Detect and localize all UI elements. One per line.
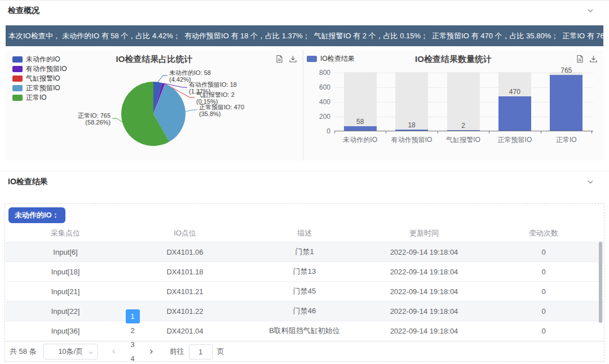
- x-axis-tick: [438, 131, 438, 134]
- legend-item[interactable]: 气缸报警IO: [12, 74, 67, 83]
- table-cell: 2022-09-14 19:18:04: [364, 307, 484, 316]
- results-table: 采集点位IO点位描述更新时间变动次数Input[6]DX4101.06门禁120…: [6, 224, 603, 341]
- charts-row: IO检查结果占比统计 未动作的IO有动作预留IO气缸报警IO正常预留IO正常IO…: [6, 50, 603, 161]
- x-axis-tick-label: 正常IO: [541, 135, 592, 145]
- legend-swatch: [12, 85, 23, 91]
- pie-legend: 未动作的IO有动作预留IO气缸报警IO正常预留IO正常IO: [12, 55, 67, 103]
- page-size-select[interactable]: 10条/页: [43, 344, 98, 359]
- pie-slice[interactable]: [153, 83, 165, 114]
- legend-label: 正常预留IO: [26, 83, 60, 93]
- results-section-title: IO检查结果: [8, 177, 48, 187]
- x-axis-tick: [489, 131, 489, 134]
- table-header-cell: 更新时间: [364, 228, 484, 238]
- download-image-icon[interactable]: [289, 55, 297, 63]
- table-row[interactable]: Input[22]DX4101.22门禁462022-09-14 19:18:0…: [6, 301, 603, 321]
- table-scrollbar[interactable]: [599, 242, 602, 323]
- bar[interactable]: [395, 130, 428, 131]
- table-cell: 0: [484, 268, 603, 276]
- bar[interactable]: [344, 126, 377, 131]
- pie-slice-label: 正常IO: 765(58.26%): [65, 112, 111, 126]
- x-axis-tick-label: 正常预留IO: [489, 135, 540, 145]
- table-row[interactable]: Input[18]DX4101.18门禁132022-09-14 19:18:0…: [6, 262, 603, 282]
- data-view-icon[interactable]: [275, 55, 284, 63]
- y-axis-tick-label: 400: [308, 98, 330, 106]
- pie-slice[interactable]: [121, 82, 169, 146]
- page-unit-label: 页: [217, 347, 224, 357]
- pie-slice-label: 有动作预留IO: 18(1.37%): [189, 81, 237, 95]
- table-cell: 2022-09-14 19:18:04: [364, 268, 484, 276]
- table-header-cell: 描述: [245, 228, 364, 238]
- table-header-cell: 变动次数: [484, 228, 603, 238]
- table-cell: 2022-09-14 19:18:04: [364, 327, 484, 335]
- total-count-label: 共 58 条: [10, 347, 37, 357]
- data-view-icon[interactable]: [576, 55, 584, 63]
- results-container: 未动作的IO： 采集点位IO点位描述更新时间变动次数Input[6]DX4101…: [5, 203, 604, 362]
- pie-slice-label: 气缸报警IO: 2(0.15%): [196, 91, 235, 105]
- pie-slice-label: 未动作的IO: 58(4.42%): [169, 69, 211, 83]
- y-axis-tick-label: 200: [308, 113, 330, 121]
- bar[interactable]: [447, 130, 480, 131]
- overview-collapse-chevron-icon[interactable]: [586, 7, 594, 15]
- bar-legend[interactable]: IO检查结果: [307, 54, 355, 64]
- legend-label: 未动作的IO: [26, 55, 60, 64]
- legend-item[interactable]: 有动作预留IO: [12, 64, 67, 74]
- page-button-4[interactable]: 4: [126, 352, 140, 364]
- table-cell: 0: [484, 287, 603, 296]
- table-cell: 门禁1: [245, 247, 364, 257]
- goto-page-label: 前往: [170, 347, 184, 357]
- bar[interactable]: [550, 75, 582, 131]
- page-number-buttons: 123456: [123, 309, 142, 364]
- pie-slice[interactable]: [153, 84, 165, 114]
- page-button-1[interactable]: 1: [126, 309, 140, 323]
- prev-page-button[interactable]: [107, 345, 121, 359]
- chevron-down-icon: [88, 349, 94, 357]
- summary-banner: 本次IO检查中， 未动作的IO 有 58 个，占比 4.42%； 有动作预留IO…: [6, 25, 603, 46]
- table-header-cell: IO点位: [125, 228, 245, 238]
- table-cell: Input[36]: [6, 327, 125, 335]
- x-axis-tick-label: 未动作的IO: [334, 135, 386, 145]
- x-axis-tick: [334, 131, 335, 134]
- pie-toolbox: [275, 55, 297, 63]
- bar-value-label: 18: [386, 121, 437, 129]
- table-cell: DX4101.06: [125, 248, 245, 256]
- table-row[interactable]: Input[21]DX4101.21门禁452022-09-14 19:18:0…: [6, 282, 603, 301]
- table-row[interactable]: Input[36]DX4201.04B取料阻挡气缸初始位2022-09-14 1…: [6, 321, 603, 341]
- legend-label: 有动作预留IO: [26, 64, 67, 74]
- pie-slice[interactable]: [153, 84, 186, 142]
- bar-legend-swatch: [307, 56, 317, 62]
- table-cell: Input[18]: [6, 268, 125, 276]
- section-divider: [0, 171, 609, 171]
- legend-item[interactable]: 未动作的IO: [12, 55, 67, 64]
- table-cell: 0: [484, 248, 603, 256]
- download-image-icon[interactable]: [589, 55, 598, 63]
- pie-slice[interactable]: [153, 82, 162, 114]
- bar-value-label: 470: [489, 88, 540, 96]
- legend-label: 气缸报警IO: [26, 74, 60, 83]
- table-cell: 门禁13: [245, 267, 364, 277]
- page-button-3[interactable]: 3: [126, 338, 140, 352]
- filter-io-type-button[interactable]: 未动作的IO：: [8, 207, 65, 223]
- bar-value-label: 58: [334, 118, 386, 126]
- pagination-bar: 共 58 条 10条/页 123456 前往 页: [5, 341, 604, 361]
- x-axis-tick: [592, 131, 592, 134]
- pie-label-line: [165, 84, 195, 97]
- legend-swatch: [12, 56, 23, 63]
- goto-page-input[interactable]: [189, 344, 213, 359]
- table-cell: Input[21]: [6, 287, 125, 296]
- results-collapse-chevron-icon[interactable]: [586, 178, 594, 186]
- next-page-button[interactable]: [144, 345, 158, 359]
- table-cell: DX4101.22: [125, 307, 245, 316]
- table-cell: 0: [484, 327, 603, 335]
- pie-label-line: [164, 83, 187, 87]
- legend-item[interactable]: 正常IO: [12, 93, 67, 103]
- bar-value-label: 765: [541, 66, 592, 74]
- overview-section-title: 检查概况: [8, 6, 39, 16]
- x-axis-tick-label: 有动作预留IO: [386, 135, 437, 145]
- table-row[interactable]: Input[6]DX4101.06门禁12022-09-14 19:18:040: [6, 242, 603, 262]
- bar-plot-area: 58未动作的IO18有动作预留IO2气缸报警IO470正常预留IO765正常IO: [334, 73, 593, 131]
- table-cell: 门禁46: [245, 306, 364, 316]
- table-cell: DX4101.18: [125, 268, 245, 276]
- page-button-2[interactable]: 2: [126, 323, 140, 338]
- bar[interactable]: [498, 96, 531, 131]
- legend-item[interactable]: 正常预留IO: [12, 83, 67, 93]
